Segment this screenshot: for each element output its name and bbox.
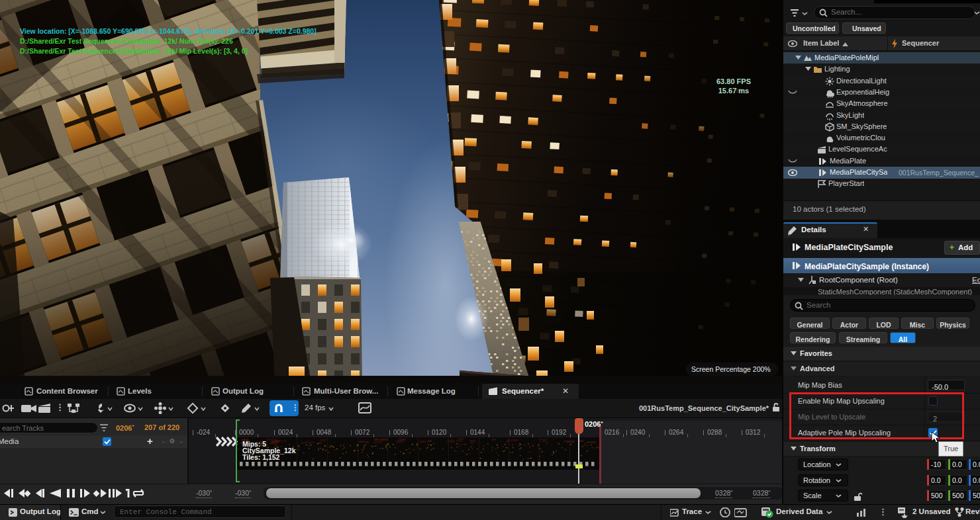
svg-text:View location: [X=-1088.650 Y=: View location: [X=-1088.650 Y=690.875 Z=… (20, 27, 317, 35)
svg-text:63.80 FPS: 63.80 FPS (716, 77, 751, 85)
svg-text:Screen Percentage 200%: Screen Percentage 200% (691, 365, 771, 373)
svg-text:D:/Shared/Exr Test Sequences/C: D:/Shared/Exr Test Sequences/CitySample_… (20, 47, 248, 55)
svg-text:15.67 ms: 15.67 ms (718, 87, 749, 95)
svg-text:D:/Shared/Exr Test Sequences/C: D:/Shared/Exr Test Sequences/CitySample_… (20, 37, 233, 45)
